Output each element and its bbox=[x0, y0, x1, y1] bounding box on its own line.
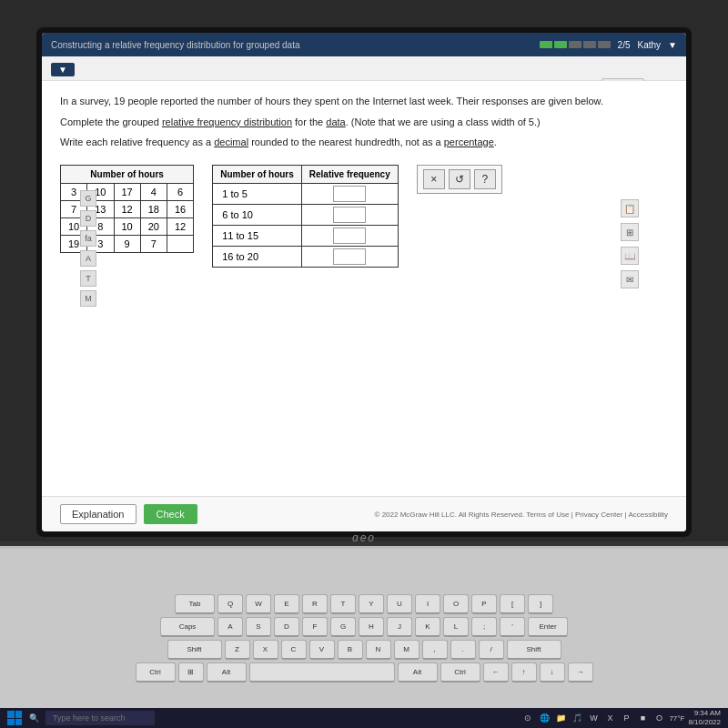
key-x[interactable]: X bbox=[253, 640, 278, 660]
check-button[interactable]: Check bbox=[144, 504, 197, 524]
key-l[interactable]: L bbox=[443, 617, 469, 637]
key-quote[interactable]: ' bbox=[500, 617, 525, 637]
key-k[interactable]: K bbox=[415, 617, 440, 637]
key-bracket-open[interactable]: [ bbox=[500, 594, 525, 614]
mail-icon[interactable]: ✉ bbox=[621, 270, 639, 288]
sidebar-icon-6[interactable]: M bbox=[80, 290, 96, 307]
freq-range-2: 11 to 15 bbox=[213, 225, 302, 246]
search-icon[interactable]: 🔍 bbox=[27, 712, 40, 724]
freq-input-1[interactable] bbox=[333, 207, 366, 223]
percentage-link[interactable]: percentage bbox=[444, 136, 494, 147]
data-cell-r3-c2: 9 bbox=[114, 235, 140, 252]
data-cell-r0-c2: 17 bbox=[114, 183, 140, 200]
key-tab[interactable]: Tab bbox=[175, 594, 215, 614]
problem-line1: In a survey, 19 people reported the numb… bbox=[60, 94, 668, 109]
close-button[interactable]: × bbox=[423, 169, 445, 189]
taskbar-app-7[interactable]: P bbox=[620, 712, 632, 724]
key-s[interactable]: S bbox=[246, 617, 271, 637]
key-down[interactable]: ↓ bbox=[540, 662, 565, 682]
taskbar-app-8[interactable]: ■ bbox=[636, 712, 649, 724]
key-m[interactable]: M bbox=[394, 640, 420, 660]
key-z[interactable]: Z bbox=[225, 640, 250, 660]
keyboard-row-top: Tab Q W E R T Y U I O P [ ] bbox=[175, 594, 553, 614]
taskbar-app-6[interactable]: X bbox=[603, 712, 616, 724]
key-comma[interactable]: , bbox=[422, 640, 448, 660]
key-u[interactable]: U bbox=[387, 594, 412, 614]
taskbar-app-5[interactable]: W bbox=[587, 712, 600, 724]
notes-icon[interactable]: 📋 bbox=[621, 199, 639, 217]
taskbar-app-4[interactable]: 🎵 bbox=[571, 712, 583, 724]
key-q[interactable]: Q bbox=[217, 594, 243, 614]
taskbar-search-input[interactable] bbox=[46, 711, 155, 725]
sidebar-icon-4[interactable]: A bbox=[80, 250, 96, 267]
freq-input-0[interactable] bbox=[333, 186, 366, 202]
key-slash[interactable]: / bbox=[479, 640, 504, 660]
decimal-link[interactable]: decimal bbox=[214, 136, 248, 147]
key-b[interactable]: B bbox=[338, 640, 363, 660]
sidebar-icon-2[interactable]: D bbox=[80, 210, 96, 227]
key-alt-right[interactable]: Alt bbox=[398, 662, 438, 682]
sidebar-icon-5[interactable]: T bbox=[80, 270, 96, 287]
key-g[interactable]: G bbox=[330, 617, 356, 637]
key-o[interactable]: O bbox=[443, 594, 469, 614]
freq-input-cell-2[interactable] bbox=[301, 225, 398, 246]
dropdown-row: ▼ bbox=[42, 56, 686, 81]
sidebar-icon-1[interactable]: G bbox=[80, 190, 96, 207]
progress-label: 2/5 bbox=[618, 40, 631, 50]
freq-input-2[interactable] bbox=[333, 228, 366, 244]
windows-button[interactable] bbox=[7, 711, 22, 725]
help-button[interactable]: ? bbox=[474, 169, 496, 189]
key-d[interactable]: D bbox=[274, 617, 299, 637]
sidebar-icon-3[interactable]: fa bbox=[80, 230, 96, 247]
freq-range-0: 1 to 5 bbox=[213, 183, 302, 204]
taskbar-app-9[interactable]: O bbox=[652, 712, 665, 724]
top-bar-right: 2/5 Kathy ▼ bbox=[540, 40, 677, 50]
grid-icon[interactable]: ⊞ bbox=[621, 223, 639, 241]
key-v[interactable]: V bbox=[309, 640, 335, 660]
key-f[interactable]: F bbox=[302, 617, 328, 637]
dropdown-button[interactable]: ▼ bbox=[51, 63, 75, 76]
freq-input-cell-1[interactable] bbox=[301, 204, 398, 225]
undo-button[interactable]: ↺ bbox=[449, 169, 470, 189]
key-period[interactable]: . bbox=[450, 640, 476, 660]
key-t[interactable]: T bbox=[330, 594, 356, 614]
key-n[interactable]: N bbox=[366, 640, 391, 660]
taskbar-app-2[interactable]: 🌐 bbox=[538, 712, 551, 724]
key-i[interactable]: I bbox=[415, 594, 440, 614]
key-win[interactable]: ⊞ bbox=[178, 662, 204, 682]
taskbar: 🔍 ⊙ 🌐 📁 🎵 W X P ■ O 77°F 9:34 AM 8/10/20… bbox=[0, 708, 728, 728]
key-right[interactable]: → bbox=[568, 662, 593, 682]
book-icon[interactable]: 📖 bbox=[621, 247, 639, 265]
key-caps[interactable]: Caps bbox=[160, 617, 215, 637]
key-alt[interactable]: Alt bbox=[207, 662, 247, 682]
key-h[interactable]: H bbox=[359, 617, 384, 637]
key-y[interactable]: Y bbox=[359, 594, 384, 614]
data-cell-r0-c4: 6 bbox=[167, 183, 194, 200]
data-link[interactable]: data bbox=[326, 116, 345, 127]
key-ctrl[interactable]: Ctrl bbox=[136, 662, 176, 682]
freq-input-cell-0[interactable] bbox=[301, 183, 398, 204]
key-bracket-close[interactable]: ] bbox=[528, 594, 553, 614]
explanation-button[interactable]: Explanation bbox=[60, 504, 136, 524]
key-space[interactable] bbox=[249, 662, 395, 682]
key-j[interactable]: J bbox=[387, 617, 412, 637]
key-up[interactable]: ↑ bbox=[511, 662, 537, 682]
taskbar-app-3[interactable]: 📁 bbox=[554, 712, 567, 724]
key-a[interactable]: A bbox=[217, 617, 243, 637]
key-shift-right[interactable]: Shift bbox=[507, 640, 561, 660]
freq-dist-link[interactable]: relative frequency distribution bbox=[162, 116, 292, 127]
key-enter[interactable]: Enter bbox=[528, 617, 568, 637]
key-left[interactable]: ← bbox=[483, 662, 509, 682]
freq-input-3[interactable] bbox=[333, 248, 366, 265]
taskbar-app-1[interactable]: ⊙ bbox=[521, 712, 534, 724]
freq-input-cell-3[interactable] bbox=[301, 246, 398, 267]
key-p[interactable]: P bbox=[471, 594, 497, 614]
key-w[interactable]: W bbox=[246, 594, 271, 614]
problem-line2: Complete the grouped relative frequency … bbox=[60, 115, 668, 130]
key-shift-left[interactable]: Shift bbox=[167, 640, 222, 660]
key-ctrl-right[interactable]: Ctrl bbox=[440, 662, 480, 682]
key-e[interactable]: E bbox=[274, 594, 299, 614]
key-r[interactable]: R bbox=[302, 594, 328, 614]
key-c[interactable]: C bbox=[281, 640, 307, 660]
key-semicolon[interactable]: ; bbox=[471, 617, 497, 637]
